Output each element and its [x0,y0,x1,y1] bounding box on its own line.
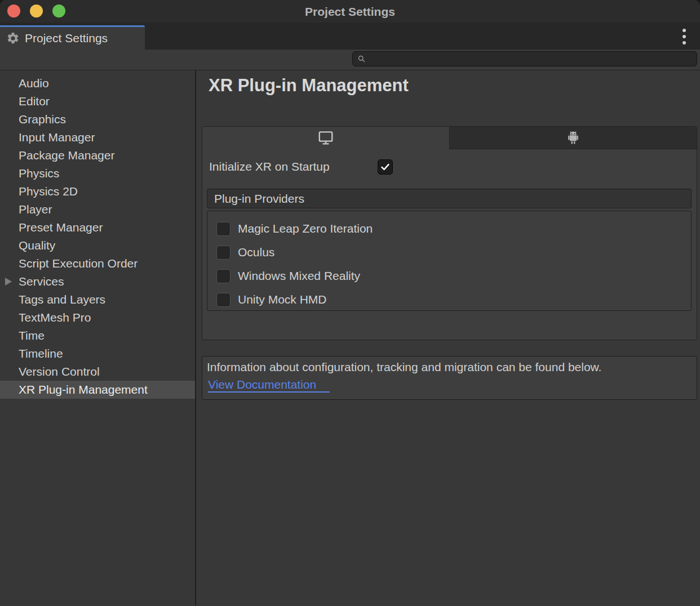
gear-icon [6,32,20,45]
sidebar-item-label: Physics 2D [19,185,78,198]
provider-row-oculus[interactable]: Oculus [207,240,691,264]
sidebar-item-audio[interactable]: Audio [0,74,195,92]
sidebar-item-package-manager[interactable]: Package Manager [0,146,195,164]
provider-checkbox-unity-mock-hmd[interactable] [216,293,231,307]
sidebar-item-physics[interactable]: Physics [0,164,195,182]
provider-checkbox-oculus[interactable] [216,246,231,260]
window-title: Project Settings [0,0,700,23]
sidebar-item-label: Preset Manager [19,221,103,234]
provider-checkbox-magic-leap-zero-iteration[interactable] [216,222,231,236]
sidebar-item-physics-2d[interactable]: Physics 2D [0,182,195,200]
main-panel: XR Plug-in Management [196,70,700,605]
sidebar-item-label: Physics [19,167,59,180]
search-icon [357,55,366,63]
more-menu-icon[interactable] [679,29,689,44]
tab-strip: Project Settings [0,23,700,50]
xr-settings-box: Initialize XR on Startup Plug-in Provide… [202,126,697,340]
android-icon [565,130,582,146]
initialize-xr-checkbox[interactable] [378,159,393,175]
info-box: Information about configuration, trackin… [202,356,697,400]
tab-desktop-platform[interactable] [202,127,449,149]
platform-tabs [202,127,697,149]
page-title: XR Plug-in Management [209,75,409,96]
sidebar-item-editor[interactable]: Editor [0,92,195,110]
provider-checkbox-windows-mixed-reality[interactable] [216,269,231,283]
sidebar-item-label: Script Execution Order [19,257,138,270]
provider-label: Magic Leap Zero Iteration [238,222,373,235]
content: AudioEditorGraphicsInput ManagerPackage … [0,70,700,605]
sidebar-item-timeline[interactable]: Timeline [0,345,195,363]
settings-sidebar: AudioEditorGraphicsInput ManagerPackage … [0,70,196,605]
sidebar-item-script-execution-order[interactable]: Script Execution Order [0,255,195,273]
sidebar-item-label: Player [19,203,52,216]
sidebar-item-label: Version Control [19,365,100,378]
sidebar-item-label: Package Manager [19,149,114,162]
provider-row-unity-mock-hmd[interactable]: Unity Mock HMD [207,288,691,311]
toolbar [0,50,700,70]
view-documentation-link[interactable]: View Documentation [208,378,330,393]
sidebar-item-label: Time [19,329,45,342]
sidebar-item-label: Input Manager [19,131,95,144]
provider-label: Windows Mixed Reality [238,269,360,283]
provider-label: Oculus [238,246,274,259]
sidebar-item-preset-manager[interactable]: Preset Manager [0,219,195,237]
sidebar-item-label: Quality [19,239,55,252]
sidebar-item-graphics[interactable]: Graphics [0,110,195,128]
provider-label: Unity Mock HMD [238,293,327,306]
sidebar-item-label: Graphics [19,113,66,126]
sidebar-item-version-control[interactable]: Version Control [0,363,195,381]
provider-row-magic-leap-zero-iteration[interactable]: Magic Leap Zero Iteration [207,217,691,240]
sidebar-item-label: Audio [19,77,49,90]
sidebar-item-label: XR Plug-in Management [19,383,148,396]
info-text: Information about configuration, trackin… [207,360,692,374]
sidebar-item-time[interactable]: Time [0,327,195,345]
sidebar-item-services[interactable]: Services [0,273,195,291]
titlebar: Project Settings [0,0,700,23]
tab-android-platform[interactable] [449,127,697,149]
search-box[interactable] [352,51,697,66]
tab-label: Project Settings [25,32,108,45]
sidebar-item-label: Editor [19,95,50,108]
sidebar-item-player[interactable]: Player [0,200,195,219]
search-input[interactable] [369,54,692,64]
sidebar-item-input-manager[interactable]: Input Manager [0,128,195,146]
providers-header: Plug-in Providers [207,189,692,208]
providers-list: Magic Leap Zero IterationOculusWindows M… [207,211,692,311]
sidebar-item-xr-plug-in-management[interactable]: XR Plug-in Management [0,381,195,399]
check-icon [380,162,391,172]
sidebar-item-label: Services [19,275,64,288]
sidebar-item-tags-and-layers[interactable]: Tags and Layers [0,291,195,309]
sidebar-item-label: TextMesh Pro [19,311,91,324]
sidebar-item-textmesh-pro[interactable]: TextMesh Pro [0,309,195,327]
sidebar-item-label: Timeline [19,347,63,360]
project-settings-window: Project Settings Project Settings AudioE… [0,0,700,606]
initialize-xr-label: Initialize XR on Startup [209,160,330,173]
provider-row-windows-mixed-reality[interactable]: Windows Mixed Reality [207,264,691,288]
sidebar-item-label: Tags and Layers [19,293,105,306]
tab-project-settings[interactable]: Project Settings [0,25,145,50]
expand-caret-icon[interactable] [5,278,12,286]
sidebar-item-quality[interactable]: Quality [0,237,195,255]
desktop-icon [317,130,334,146]
